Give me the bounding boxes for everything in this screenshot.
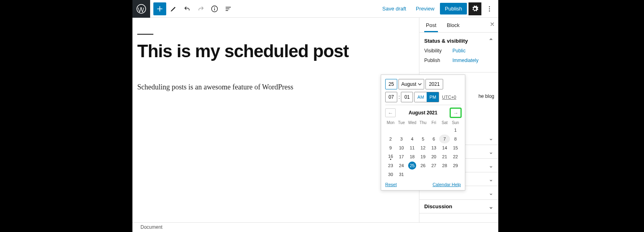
visibility-row: Visibility Public [424,48,493,54]
calendar-week: 9101112131415 [385,143,461,152]
calendar-day[interactable]: 12 [418,143,429,152]
calendar-day[interactable]: 14 [439,143,450,152]
dow-sat: Sat [439,120,450,126]
svg-point-3 [489,8,490,9]
plus-icon [156,5,164,13]
calendar-day[interactable]: 13 [428,143,439,152]
calendar-day[interactable]: 20 [428,152,439,161]
divider [385,105,461,105]
wordpress-icon [136,4,146,14]
outline-icon [224,5,232,13]
calendar-day[interactable]: 7 [439,135,450,143]
redo-button[interactable] [194,2,207,15]
date-inputs-row: August [385,79,461,89]
am-button[interactable]: AM [415,92,427,102]
arrow-left-icon: ← [388,110,393,116]
reset-link[interactable]: Reset [385,182,397,187]
calendar-day[interactable]: 1 [450,126,461,135]
calendar-day [450,170,461,179]
calendar-day[interactable]: 2 [385,135,396,143]
calendar-day[interactable]: 30 [385,170,396,179]
calendar-help-link[interactable]: Calendar Help [433,182,461,187]
publish-value[interactable]: Immediately [452,58,479,63]
publish-label: Publish [424,58,452,63]
calendar-day[interactable]: 31 [396,170,407,179]
calendar-day[interactable]: 4 [407,135,418,143]
info-button[interactable] [208,2,221,15]
svg-point-2 [489,6,490,7]
calendar-day [439,170,450,179]
calendar-day[interactable]: 21 [439,152,450,161]
timezone-link[interactable]: UTC+0 [442,95,456,99]
calendar-day[interactable]: 5 [418,135,429,143]
sidebar-tabs: Post Block [419,18,498,33]
next-month-button[interactable]: → [450,108,461,117]
close-sidebar-button[interactable] [489,21,495,29]
calendar-day[interactable]: 28 [439,161,450,170]
dow-mon: Mon [385,120,396,126]
calendar-day[interactable]: 3 [396,135,407,143]
publish-row: Publish Immediately [424,58,493,63]
breadcrumb-bar[interactable]: Document [132,222,498,232]
tab-post[interactable]: Post [424,18,438,32]
calendar-day [428,126,439,135]
status-visibility-header[interactable]: Status & visibility ⌃ [424,37,493,44]
calendar-day[interactable]: 17 [396,152,407,161]
calendar-day[interactable]: 18 [407,152,418,161]
pm-button[interactable]: PM [427,92,439,102]
month-select[interactable]: August [398,79,424,89]
calendar-day[interactable]: 25 [407,161,418,170]
tab-block[interactable]: Block [445,18,461,32]
wordpress-logo[interactable] [132,0,150,18]
calendar-grid: Mon Tue Wed Thu Fri Sat Sun 123456789101… [385,120,461,179]
calendar-day[interactable]: 15 [450,143,461,152]
dow-thu: Thu [418,120,429,126]
calendar-day[interactable]: 29 [450,161,461,170]
dow-sun: Sun [450,120,461,126]
year-input[interactable] [425,79,443,89]
calendar-day[interactable]: 16 [385,152,396,161]
settings-button[interactable] [469,2,481,15]
more-options-button[interactable] [483,2,496,15]
calendar-day [407,126,418,135]
calendar-day[interactable]: 6 [428,135,439,143]
chevron-down-icon: ⌄ [489,203,493,210]
visibility-value[interactable]: Public [452,48,466,54]
preview-button[interactable]: Preview [412,3,438,14]
calendar-dow-row: Mon Tue Wed Thu Fri Sat Sun [385,120,461,126]
hour-input[interactable] [385,92,397,102]
calendar-week: 16171819202122 [385,152,461,161]
calendar-day[interactable]: 27 [428,161,439,170]
calendar-title: August 2021 [409,110,437,116]
chevron-up-icon: ⌃ [489,37,493,44]
calendar-day[interactable]: 24 [396,161,407,170]
calendar-day[interactable]: 26 [418,161,429,170]
calendar-day[interactable]: 22 [450,152,461,161]
edit-tool-button[interactable] [167,2,180,15]
add-block-button[interactable] [153,2,166,15]
prev-month-button[interactable]: ← [385,108,396,117]
datetime-popover: August : AM PM UTC+0 ← August 2021 → Mon… [381,75,465,191]
tool-group-right: Save draft Preview Publish [378,2,498,15]
calendar-day[interactable]: 8 [450,135,461,143]
calendar-day[interactable]: 11 [407,143,418,152]
calendar-day[interactable]: 10 [396,143,407,152]
calendar-day [396,126,407,135]
calendar-day [439,126,450,135]
calendar-day [418,126,429,135]
minute-input[interactable] [401,92,413,102]
breadcrumb-text: Document [140,224,163,230]
calendar-week: 1 [385,126,461,135]
publish-button[interactable]: Publish [440,3,467,14]
calendar-day[interactable]: 23 [385,161,396,170]
calendar-day [418,170,429,179]
calendar-day[interactable]: 19 [418,152,429,161]
discussion-label: Discussion [424,203,452,209]
day-input[interactable] [385,79,397,89]
save-draft-button[interactable]: Save draft [378,3,410,14]
calendar-day[interactable]: 9 [385,143,396,152]
arrow-right-icon: → [453,110,458,116]
discussion-section[interactable]: Discussion ⌄ [419,200,498,213]
undo-button[interactable] [181,2,194,15]
outline-button[interactable] [222,2,235,15]
